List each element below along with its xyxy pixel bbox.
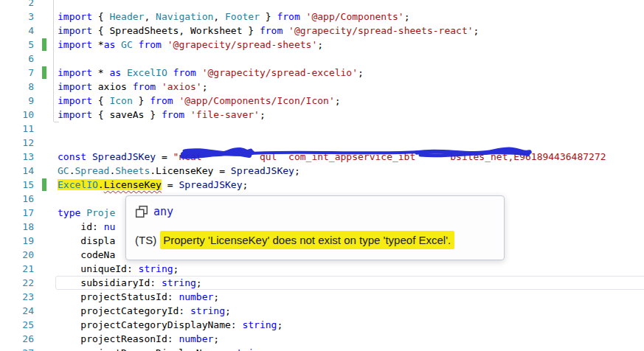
code-text: ExcelIO.LicenseKey = SpreadJSKey; — [58, 178, 248, 192]
line-number[interactable]: 14 — [0, 164, 34, 178]
line-number[interactable]: 6 — [0, 52, 34, 66]
line-number[interactable]: 5 — [0, 38, 34, 52]
code-text: GC.Spread.Sheets.LicenseKey = SpreadJSKe… — [58, 164, 300, 178]
code-line[interactable]: 27 projectReasonDisplayName: string; — [0, 346, 644, 351]
code-token: ; — [213, 291, 219, 302]
line-number[interactable]: 12 — [0, 136, 34, 150]
code-token — [167, 67, 173, 78]
code-token: = — [156, 151, 173, 162]
code-token: SpreadJSKey — [179, 179, 242, 190]
code-token: uniqueId: — [58, 263, 139, 274]
code-token: { SpreadSheets, Worksheet } — [92, 25, 260, 36]
code-text: const SpreadJSKey = "ncat qul com_int_ap… — [58, 150, 606, 164]
line-number[interactable]: 22 — [0, 276, 34, 290]
line-number[interactable]: 18 — [0, 220, 34, 234]
code-token: projectCategoryDisplayName: — [58, 319, 242, 330]
line-number[interactable]: 27 — [0, 346, 34, 351]
code-line[interactable]: 13const SpreadJSKey = "ncat qul com_int_… — [0, 150, 644, 164]
line-number[interactable]: 13 — [0, 150, 34, 164]
code-token: from — [133, 81, 156, 92]
code-token: SpreadJSKey — [92, 151, 156, 162]
code-line[interactable]: 22 subsidiaryId: string; — [0, 276, 644, 290]
code-token — [133, 39, 139, 50]
code-token: ; — [213, 333, 219, 344]
code-token: from — [150, 95, 173, 106]
code-token: { — [92, 11, 109, 22]
code-token: Sheets — [115, 165, 150, 176]
line-number[interactable]: 26 — [0, 332, 34, 346]
code-token: import — [58, 95, 92, 106]
code-text: codeNa — [58, 248, 115, 262]
code-line[interactable]: 26 projectReasonId: number; — [0, 332, 644, 346]
code-token: string — [190, 305, 225, 316]
code-line[interactable]: 4import { SpreadSheets, Worksheet } from… — [0, 24, 644, 38]
code-line[interactable]: 10import { saveAs } from 'file-saver'; — [0, 108, 644, 122]
code-token: ; — [202, 81, 208, 92]
line-number[interactable]: 24 — [0, 304, 34, 318]
code-token: '@app/Components' — [306, 11, 404, 22]
line-number[interactable]: 9 — [0, 94, 34, 108]
line-number[interactable]: 4 — [0, 24, 34, 38]
code-line[interactable]: 12 — [0, 136, 644, 150]
line-number[interactable]: 7 — [0, 66, 34, 80]
code-token — [80, 207, 86, 218]
code-line[interactable]: 3import { Header, Navigation, Footer } f… — [0, 10, 644, 24]
code-token: ; — [474, 25, 479, 36]
code-token: ; — [173, 263, 179, 274]
line-number[interactable]: 15 — [0, 178, 34, 192]
code-line[interactable]: 14GC.Spread.Sheets.LicenseKey = SpreadJS… — [0, 164, 644, 178]
code-line[interactable]: 25 projectCategoryDisplayName: string; — [0, 318, 644, 332]
line-number[interactable]: 8 — [0, 80, 34, 94]
git-change-indicator[interactable] — [42, 38, 46, 51]
code-line[interactable]: 24 projectCategoryId: string; — [0, 304, 644, 318]
line-number[interactable]: 20 — [0, 248, 34, 262]
code-token: from — [139, 39, 162, 50]
code-token: projectStatusId: — [58, 291, 179, 302]
code-line[interactable]: 5import *as GC from '@grapecity/spread-s… — [0, 38, 644, 52]
line-number[interactable]: 10 — [0, 108, 34, 122]
code-token: nu — [104, 221, 116, 232]
code-token: ; — [266, 347, 271, 351]
git-change-indicator[interactable] — [42, 66, 46, 79]
code-line[interactable]: 11 — [0, 122, 644, 136]
code-token: ; — [225, 305, 231, 316]
code-token: GC — [121, 39, 133, 50]
code-token: Icon — [109, 95, 132, 106]
code-token: number — [179, 291, 213, 302]
diagnostic-message: Property 'LicenseKey' does not exist on … — [160, 231, 454, 249]
code-token: * — [92, 39, 104, 50]
line-number[interactable]: 21 — [0, 262, 34, 276]
code-token: as — [104, 39, 116, 50]
code-line[interactable]: 23 projectStatusId: number; — [0, 290, 644, 304]
code-line[interactable]: 21 uniqueId: string; — [0, 262, 644, 276]
code-line[interactable]: 6 — [0, 52, 644, 66]
line-number[interactable]: 23 — [0, 290, 34, 304]
line-number[interactable]: 17 — [0, 206, 34, 220]
code-text: projectStatusId: number; — [58, 290, 219, 304]
code-token — [184, 109, 190, 120]
code-line[interactable]: 9import { Icon } from '@app/Components/I… — [0, 94, 644, 108]
line-number[interactable]: 16 — [0, 192, 34, 206]
code-token: '@grapecity/spread-sheets' — [167, 39, 318, 50]
code-line[interactable]: 7import * as ExcelIO from '@grapecity/sp… — [0, 66, 644, 80]
code-text: import { Header, Navigation, Footer } fr… — [58, 10, 410, 24]
line-number[interactable]: 11 — [0, 122, 34, 136]
code-line[interactable]: 15ExcelIO.LicenseKey = SpreadJSKey; — [0, 178, 644, 192]
code-token: id: — [58, 221, 104, 232]
code-text: import *as GC from '@grapecity/spread-sh… — [58, 38, 323, 52]
git-change-indicator[interactable] — [42, 178, 46, 191]
code-token: from — [173, 67, 196, 78]
code-token: 'file-saver' — [190, 109, 260, 120]
code-token: import — [58, 25, 92, 36]
line-number[interactable]: 19 — [0, 234, 34, 248]
line-number[interactable]: 3 — [0, 10, 34, 24]
line-number[interactable]: 25 — [0, 318, 34, 332]
code-token: as — [109, 67, 121, 78]
code-token: import — [58, 39, 92, 50]
code-token — [162, 39, 167, 50]
code-text: import { saveAs } from 'file-saver'; — [58, 108, 266, 122]
code-token: Proje — [86, 207, 115, 218]
line-number[interactable]: 2 — [0, 0, 34, 10]
code-line[interactable]: 2 — [0, 0, 644, 10]
code-line[interactable]: 8import axios from 'axios'; — [0, 80, 644, 94]
